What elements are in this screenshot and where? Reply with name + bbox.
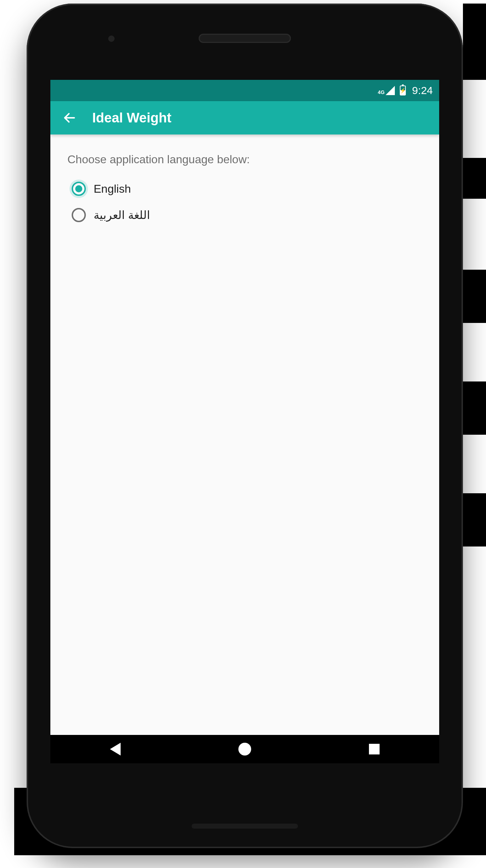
- nav-back-button[interactable]: [105, 738, 126, 760]
- battery-charging-icon: ⚡: [401, 86, 405, 95]
- front-camera: [108, 35, 115, 42]
- device-screen: 4G ⚡ 9:24 Ideal Weight Choose applicatio…: [50, 80, 439, 763]
- nav-recents-icon: [369, 744, 380, 754]
- back-button[interactable]: [60, 109, 79, 127]
- app-bar: Ideal Weight: [50, 101, 439, 134]
- signal-icon: [386, 86, 395, 95]
- language-option-arabic[interactable]: اللغة العربية: [71, 207, 422, 224]
- android-nav-bar: [50, 735, 439, 763]
- language-option-english[interactable]: English: [71, 180, 422, 197]
- status-clock: 9:24: [412, 84, 433, 97]
- radio-icon: [72, 182, 86, 196]
- language-options: English اللغة العربية: [67, 180, 422, 224]
- nav-back-icon: [110, 743, 121, 756]
- battery-icon: ⚡: [400, 86, 406, 95]
- bottom-speaker: [192, 824, 298, 829]
- content-area: Choose application language below: Engli…: [50, 134, 439, 242]
- phone-frame: 4G ⚡ 9:24 Ideal Weight Choose applicatio…: [27, 4, 463, 848]
- nav-recents-button[interactable]: [364, 738, 385, 760]
- network-indicator: 4G: [378, 86, 395, 95]
- decorative-block: [463, 4, 486, 80]
- language-prompt: Choose application language below:: [67, 153, 422, 166]
- arrow-left-icon: [62, 111, 77, 125]
- decorative-block: [461, 158, 486, 199]
- language-option-label: English: [94, 182, 131, 196]
- nav-home-button[interactable]: [234, 738, 255, 760]
- status-bar: 4G ⚡ 9:24: [50, 80, 439, 101]
- page-title: Ideal Weight: [92, 110, 171, 126]
- network-type-label: 4G: [378, 89, 385, 95]
- nav-home-icon: [238, 743, 251, 756]
- earpiece-speaker: [199, 34, 291, 43]
- radio-icon: [72, 208, 86, 222]
- language-option-label: اللغة العربية: [94, 208, 150, 222]
